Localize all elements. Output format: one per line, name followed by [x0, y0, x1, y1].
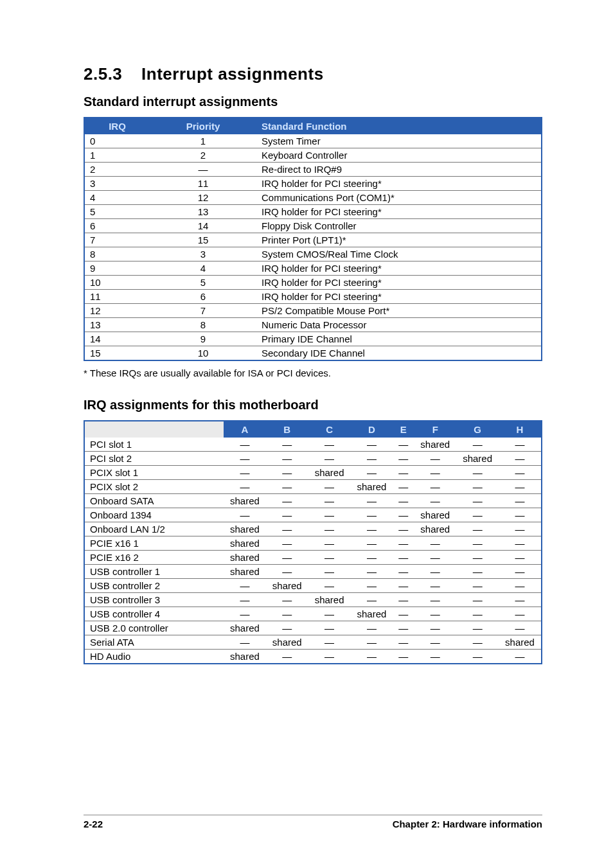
cell-function: System CMOS/Real Time Clock — [256, 247, 542, 261]
cell-priority: 15 — [150, 233, 256, 247]
row-label: USB controller 3 — [84, 593, 224, 607]
cell-value: — — [393, 607, 414, 621]
cell-value: — — [414, 452, 456, 466]
cell-value: — — [456, 621, 499, 635]
cell-value: — — [266, 466, 308, 480]
cell-value: — — [351, 522, 393, 536]
cell-priority: 2 — [150, 148, 256, 163]
cell-value: — — [224, 452, 266, 466]
row-label: Serial ATA — [84, 635, 224, 650]
cell-value: — — [224, 635, 266, 650]
cell-value: — — [456, 593, 499, 607]
t2-header: F — [414, 421, 456, 438]
cell-value: — — [308, 494, 351, 508]
table-row: 149Primary IDE Channel — [84, 332, 542, 346]
cell-value: shared — [224, 494, 266, 508]
cell-function: Floppy Disk Controller — [256, 219, 542, 233]
cell-irq: 11 — [84, 290, 150, 304]
cell-value: — — [456, 650, 499, 664]
cell-value: — — [499, 452, 542, 466]
cell-priority: 14 — [150, 219, 256, 233]
cell-value: — — [456, 551, 499, 565]
cell-value: shared — [499, 635, 542, 650]
cell-value: — — [308, 621, 351, 635]
cell-value: — — [266, 621, 308, 635]
section-title: Interrupt assignments — [141, 64, 324, 84]
table-row: Onboard LAN 1/2shared————shared—— — [84, 522, 542, 536]
cell-priority: 7 — [150, 304, 256, 318]
cell-value: — — [414, 565, 456, 579]
cell-value: shared — [224, 551, 266, 565]
cell-function: Re-direct to IRQ#9 — [256, 163, 542, 177]
cell-value: — — [414, 494, 456, 508]
table-row: 138Numeric Data Processor — [84, 318, 542, 332]
cell-value: — — [266, 551, 308, 565]
cell-value: shared — [224, 650, 266, 664]
cell-value: — — [499, 650, 542, 664]
cell-irq: 7 — [84, 233, 150, 247]
cell-value: — — [393, 551, 414, 565]
cell-value: shared — [308, 466, 351, 480]
table-row: 614Floppy Disk Controller — [84, 219, 542, 233]
cell-value: — — [351, 438, 393, 452]
chapter-label: Chapter 2: Hardware information — [393, 819, 542, 829]
cell-value: shared — [351, 480, 393, 494]
cell-function: IRQ holder for PCI steering* — [256, 177, 542, 191]
table-row: PCI slot 2——————shared— — [84, 452, 542, 466]
cell-value: — — [499, 494, 542, 508]
table-row: 12Keyboard Controller — [84, 148, 542, 163]
cell-value: — — [393, 635, 414, 650]
cell-irq: 9 — [84, 261, 150, 276]
table-row: 94IRQ holder for PCI steering* — [84, 261, 542, 276]
cell-value: — — [456, 438, 499, 452]
row-label: PCIE x16 2 — [84, 551, 224, 565]
t2-header — [84, 421, 224, 438]
cell-value: — — [308, 635, 351, 650]
cell-value: — — [224, 466, 266, 480]
cell-value: — — [351, 536, 393, 551]
cell-value: — — [266, 593, 308, 607]
table-row: 83System CMOS/Real Time Clock — [84, 247, 542, 261]
cell-value: — — [456, 480, 499, 494]
cell-value: — — [499, 508, 542, 522]
cell-value: — — [393, 466, 414, 480]
t2-header: E — [393, 421, 414, 438]
t1-h-func: Standard Function — [256, 118, 542, 134]
cell-value: — — [266, 452, 308, 466]
cell-priority: 13 — [150, 205, 256, 219]
cell-value: — — [499, 438, 542, 452]
t2-header: G — [456, 421, 499, 438]
cell-value: — — [266, 508, 308, 522]
table-row: USB controller 2—shared—————— — [84, 579, 542, 593]
cell-value: — — [393, 536, 414, 551]
cell-value: shared — [414, 508, 456, 522]
cell-value: shared — [308, 593, 351, 607]
cell-function: IRQ holder for PCI steering* — [256, 276, 542, 290]
cell-value: — — [414, 650, 456, 664]
footnote: * These IRQs are usually available for I… — [84, 368, 542, 378]
t2-header: H — [499, 421, 542, 438]
cell-value: shared — [224, 621, 266, 635]
table-row: HD Audioshared——————— — [84, 650, 542, 664]
cell-value: — — [266, 522, 308, 536]
cell-value: — — [499, 607, 542, 621]
t1-h-irq: IRQ — [84, 118, 150, 134]
irq-motherboard-table: ABCDEFGH PCI slot 1—————shared——PCI slot… — [84, 420, 542, 664]
cell-value: — — [414, 621, 456, 635]
cell-value: — — [266, 565, 308, 579]
cell-value: — — [351, 593, 393, 607]
cell-value: — — [393, 593, 414, 607]
cell-value: — — [456, 536, 499, 551]
cell-value: — — [499, 466, 542, 480]
cell-function: IRQ holder for PCI steering* — [256, 290, 542, 304]
table-row: Serial ATA—shared—————shared — [84, 635, 542, 650]
cell-value: — — [499, 565, 542, 579]
cell-value: shared — [351, 607, 393, 621]
row-label: HD Audio — [84, 650, 224, 664]
table-row: 715Printer Port (LPT1)* — [84, 233, 542, 247]
cell-value: — — [499, 536, 542, 551]
cell-value: — — [414, 536, 456, 551]
cell-value: — — [414, 635, 456, 650]
cell-value: — — [499, 522, 542, 536]
cell-function: System Timer — [256, 134, 542, 148]
